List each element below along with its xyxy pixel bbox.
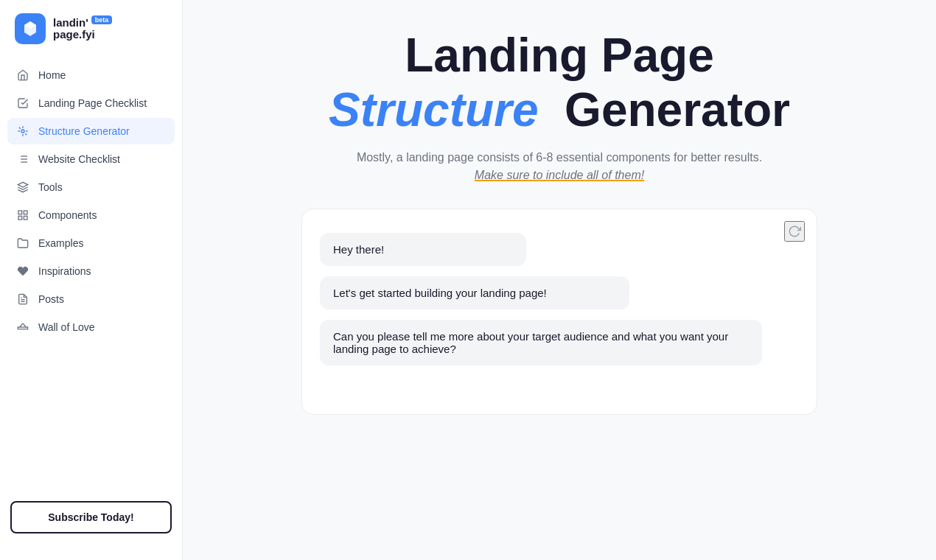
main-title-line1: Landing Page — [227, 29, 892, 81]
svg-rect-14 — [24, 211, 27, 214]
sidebar-item-inspirations-label: Inspirations — [38, 265, 91, 277]
main-content: Landing Page Structure Generator Mostly,… — [183, 0, 936, 560]
title-structure-italic: Structure — [329, 83, 539, 136]
sidebar-item-home[interactable]: Home — [7, 62, 175, 88]
page-header: Landing Page Structure Generator Mostly,… — [227, 29, 892, 182]
sidebar-item-structure-generator[interactable]: Structure Generator — [7, 118, 175, 144]
sidebar-item-tools[interactable]: Tools — [7, 174, 175, 200]
svg-rect-13 — [18, 211, 22, 214]
sidebar-item-posts-label: Posts — [38, 293, 64, 305]
website-checklist-icon — [16, 153, 29, 166]
sidebar-item-components[interactable]: Components — [7, 202, 175, 228]
chat-message-3: Can you please tell me more about your t… — [320, 320, 762, 365]
sidebar-item-examples[interactable]: Examples — [7, 230, 175, 256]
sidebar-item-website-checklist[interactable]: Website Checklist — [7, 146, 175, 172]
chat-message-2: Let's get started building your landing … — [320, 276, 629, 309]
logo-text: landin'beta page.fyi — [53, 17, 112, 41]
logo-area[interactable]: landin'beta page.fyi — [0, 0, 182, 62]
wall-of-love-icon — [16, 321, 29, 334]
sidebar-item-wall-of-love[interactable]: Wall of Love — [7, 314, 175, 340]
main-title-line2: Structure Generator — [227, 84, 892, 136]
logo-line1: landin'beta — [53, 17, 112, 29]
checklist-icon — [16, 97, 29, 110]
sidebar-footer: Subscribe Today! — [0, 489, 182, 545]
tools-icon — [16, 181, 29, 194]
chat-message-1: Hey there! — [320, 233, 526, 266]
svg-rect-15 — [24, 216, 27, 220]
sidebar-item-home-label: Home — [38, 69, 66, 81]
sidebar-item-posts[interactable]: Posts — [7, 286, 175, 312]
svg-rect-16 — [18, 216, 22, 220]
chat-container: Hey there! Let's get started building yo… — [301, 209, 817, 415]
sidebar-item-components-label: Components — [38, 209, 97, 221]
home-icon — [16, 69, 29, 82]
posts-icon — [16, 293, 29, 306]
nav-menu: Home Landing Page Checklist — [0, 62, 182, 489]
svg-line-3 — [19, 127, 21, 129]
sidebar-item-wall-of-love-label: Wall of Love — [38, 321, 95, 333]
components-icon — [16, 209, 29, 222]
sidebar-item-landing-page-checklist[interactable]: Landing Page Checklist — [7, 90, 175, 116]
chat-messages: Hey there! Let's get started building yo… — [320, 233, 799, 365]
sidebar-item-tools-label: Tools — [38, 181, 63, 193]
structure-icon — [16, 125, 29, 138]
beta-badge: beta — [91, 15, 113, 24]
svg-point-0 — [21, 130, 24, 133]
sidebar-item-checklist-label: Landing Page Checklist — [38, 97, 147, 109]
svg-marker-19 — [18, 323, 27, 329]
sidebar-item-website-checklist-label: Website Checklist — [38, 153, 120, 165]
logo-line2: page.fyi — [53, 29, 112, 41]
subtitle-italic-text: Make sure to include all of them! — [227, 169, 892, 182]
title-generator-normal: Generator — [565, 83, 790, 136]
chat-refresh-button[interactable] — [784, 221, 805, 242]
sidebar-item-inspirations[interactable]: Inspirations — [7, 258, 175, 284]
inspirations-icon — [16, 265, 29, 278]
logo-icon — [15, 13, 46, 44]
subscribe-button[interactable]: Subscribe Today! — [10, 501, 172, 533]
sidebar-item-structure-label: Structure Generator — [38, 125, 130, 137]
sidebar-item-examples-label: Examples — [38, 237, 83, 249]
subtitle-text: Mostly, a landing page consists of 6-8 e… — [227, 151, 892, 164]
examples-icon — [16, 237, 29, 250]
sidebar: landin'beta page.fyi Home Lan — [0, 0, 183, 560]
svg-line-4 — [25, 133, 27, 135]
